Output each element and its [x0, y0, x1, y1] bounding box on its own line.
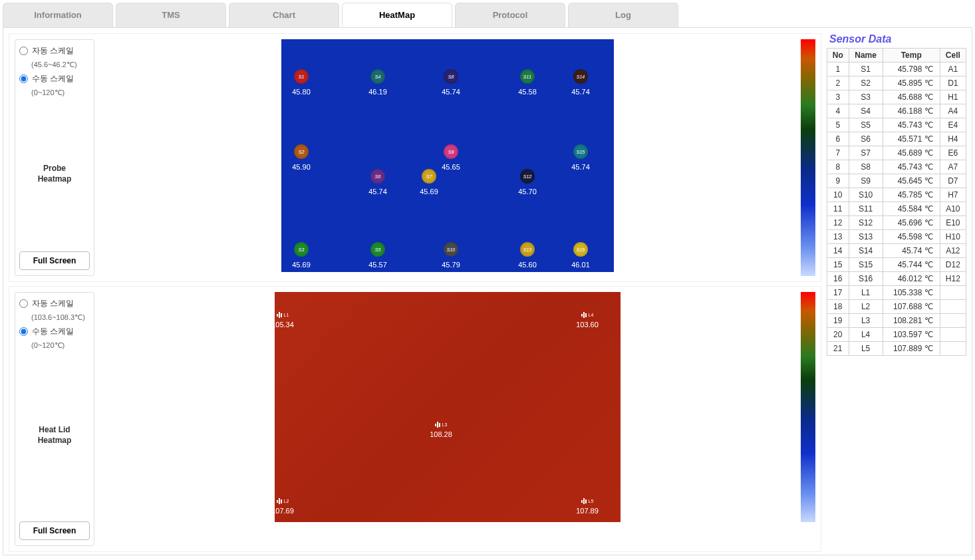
lid-node-l1[interactable]: L1105.34: [259, 312, 306, 329]
tab-information[interactable]: Information: [3, 3, 113, 27]
probe-heatmap-canvas[interactable]: S145.80S446.19S845.74S1145.58S1445.74S24…: [281, 39, 614, 272]
cell-temp: 45.696 ℃: [883, 216, 940, 230]
probe-node-s1[interactable]: S145.80: [281, 69, 321, 96]
probe-node-s9[interactable]: S945.65: [431, 144, 471, 171]
table-row[interactable]: 16S1646.012 ℃H12: [827, 272, 966, 286]
table-row[interactable]: 11S1145.584 ℃A10: [827, 202, 966, 216]
lid-map-wrap: L1105.34L4103.60L3108.28L2107.69L5107.89: [101, 292, 794, 546]
table-row[interactable]: 1S145.798 ℃A1: [827, 63, 966, 76]
tab-log[interactable]: Log: [568, 3, 678, 27]
probe-map-wrap: S145.80S446.19S845.74S1145.58S1445.74S24…: [101, 39, 794, 276]
lid-node-l3[interactable]: L3108.28: [418, 422, 464, 438]
lid-marker-icon: L2: [277, 498, 289, 504]
cell-name: S5: [849, 118, 883, 132]
sensor-col-temp[interactable]: Temp: [883, 49, 940, 63]
lid-manual-radio-input[interactable]: [19, 327, 28, 336]
sensor-dot-icon: S13: [520, 242, 535, 257]
lid-heatmap-canvas[interactable]: L1105.34L4103.60L3108.28L2107.69L5107.89: [275, 292, 621, 522]
probe-manual-label: 수동 스케일: [32, 73, 74, 84]
table-row[interactable]: 18L2107.688 ℃: [827, 300, 966, 314]
table-row[interactable]: 4S446.188 ℃A4: [827, 104, 966, 118]
table-row[interactable]: 2S245.895 ℃D1: [827, 76, 966, 90]
probe-node-value: 45.58: [518, 88, 537, 96]
table-row[interactable]: 21L5107.889 ℃: [827, 342, 966, 356]
cell-name: S9: [849, 174, 883, 188]
probe-node-s2[interactable]: S245.90: [281, 144, 321, 171]
probe-node-s3[interactable]: S345.69: [281, 242, 321, 269]
probe-node-s15[interactable]: S1545.74: [561, 144, 601, 171]
cell-name: L3: [849, 314, 883, 328]
probe-node-s13[interactable]: S1345.60: [507, 242, 547, 269]
probe-node-s7[interactable]: S745.69: [409, 169, 449, 196]
table-row[interactable]: 7S745.689 ℃E6: [827, 146, 966, 160]
probe-manual-radio-input[interactable]: [19, 74, 28, 83]
lid-node-l4[interactable]: L4103.60: [564, 312, 611, 329]
tab-tms[interactable]: TMS: [116, 3, 226, 27]
cell-no: 17: [827, 286, 849, 300]
sensor-dot-icon: S7: [422, 169, 436, 184]
cell-no: 1: [827, 63, 849, 76]
probe-node-s10[interactable]: S1045.79: [431, 242, 471, 269]
cell-name: S15: [849, 258, 883, 272]
table-row[interactable]: 8S845.743 ℃A7: [827, 160, 966, 174]
cell-temp: 45.584 ℃: [883, 202, 940, 216]
probe-manual-scale-radio[interactable]: 수동 스케일: [19, 73, 90, 84]
probe-node-s6[interactable]: S645.74: [358, 169, 398, 196]
table-row[interactable]: 15S1545.744 ℃D12: [827, 258, 966, 272]
cell-cell: E10: [940, 216, 966, 230]
probe-node-s4[interactable]: S446.19: [358, 69, 398, 96]
cell-cell: A10: [940, 202, 966, 216]
lid-auto-scale-radio[interactable]: 자동 스케일: [19, 298, 90, 309]
table-row[interactable]: 14S1445.74 ℃A12: [827, 244, 966, 258]
tab-chart[interactable]: Chart: [229, 3, 339, 27]
lid-manual-scale-radio[interactable]: 수동 스케일: [19, 326, 90, 337]
lid-heatmap-panel: 자동 스케일 (103.6~108.3℃) 수동 스케일 (0~120℃) He…: [9, 286, 821, 552]
table-row[interactable]: 17L1105.338 ℃: [827, 286, 966, 300]
lid-node-l5[interactable]: L5107.89: [564, 498, 611, 515]
probe-auto-scale-radio[interactable]: 자동 스케일: [19, 45, 90, 57]
table-row[interactable]: 20L4103.597 ℃: [827, 328, 966, 342]
table-row[interactable]: 3S345.688 ℃H1: [827, 90, 966, 104]
sensor-col-name[interactable]: Name: [849, 49, 883, 63]
cell-temp: 45.689 ℃: [883, 146, 940, 160]
sensor-col-cell[interactable]: Cell: [940, 49, 966, 63]
sensor-dot-icon: S12: [520, 169, 535, 184]
sensor-data-panel: Sensor Data NoNameTempCell 1S145.798 ℃A1…: [827, 33, 966, 549]
probe-node-s16[interactable]: S1646.01: [561, 242, 601, 269]
probe-node-value: 45.90: [292, 163, 311, 171]
probe-node-value: 45.60: [518, 261, 537, 269]
sensor-col-no[interactable]: No: [827, 49, 849, 63]
table-row[interactable]: 5S545.743 ℃E4: [827, 118, 966, 132]
table-row[interactable]: 6S645.571 ℃H4: [827, 132, 966, 146]
probe-fullscreen-button[interactable]: Full Screen: [19, 251, 90, 270]
tab-protocol[interactable]: Protocol: [455, 3, 565, 27]
lid-gradient-legend: [801, 292, 815, 522]
cell-temp: 45.785 ℃: [883, 188, 940, 202]
probe-node-s14[interactable]: S1445.74: [561, 69, 601, 96]
table-row[interactable]: 9S945.645 ℃D7: [827, 174, 966, 188]
table-row[interactable]: 12S1245.696 ℃E10: [827, 216, 966, 230]
probe-node-s11[interactable]: S1145.58: [507, 69, 547, 96]
lid-marker-icon: L5: [581, 498, 594, 504]
cell-temp: 45.688 ℃: [883, 90, 940, 104]
cell-name: S2: [849, 76, 883, 90]
cell-no: 4: [827, 104, 849, 118]
lid-fullscreen-button[interactable]: Full Screen: [19, 521, 90, 540]
cell-temp: 105.338 ℃: [883, 286, 940, 300]
lid-node-l2[interactable]: L2107.69: [259, 498, 306, 515]
probe-node-value: 45.57: [368, 261, 387, 269]
lid-auto-label: 자동 스케일: [32, 298, 74, 309]
probe-auto-radio-input[interactable]: [19, 47, 28, 55]
table-row[interactable]: 13S1345.598 ℃H10: [827, 230, 966, 244]
sensor-dot-icon: S5: [370, 242, 385, 257]
cell-cell: E6: [940, 146, 966, 160]
probe-node-s12[interactable]: S1245.70: [507, 169, 547, 196]
table-row[interactable]: 19L3108.281 ℃: [827, 314, 966, 328]
probe-node-s8[interactable]: S845.74: [431, 69, 471, 96]
probe-node-s5[interactable]: S545.57: [358, 242, 398, 269]
cell-cell: H1: [940, 90, 966, 104]
table-row[interactable]: 10S1045.785 ℃H7: [827, 188, 966, 202]
probe-auto-label: 자동 스케일: [32, 45, 74, 57]
lid-auto-radio-input[interactable]: [19, 299, 28, 308]
tab-heatmap[interactable]: HeatMap: [342, 3, 452, 27]
